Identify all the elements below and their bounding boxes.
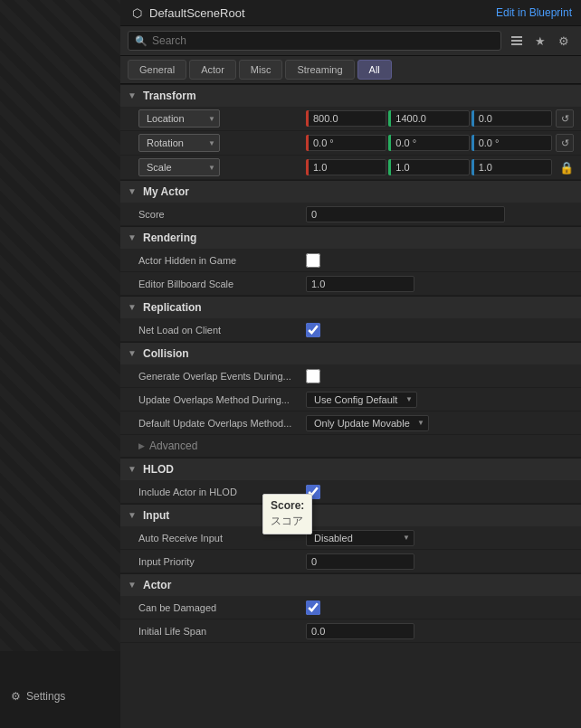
scene-root-icon: ⬡ bbox=[129, 5, 144, 20]
score-label: Score bbox=[138, 209, 306, 220]
can-be-damaged-label: Can be Damaged bbox=[138, 602, 306, 613]
scale-x-input[interactable] bbox=[306, 159, 386, 175]
section-replication[interactable]: ▼ Replication bbox=[120, 296, 581, 318]
list-view-button[interactable] bbox=[507, 31, 527, 51]
prop-scale: Scale bbox=[120, 156, 581, 180]
rotation-y-input[interactable] bbox=[388, 135, 469, 151]
scale-value: 🔒 bbox=[306, 159, 574, 175]
advanced-arrow: ▶ bbox=[138, 441, 145, 450]
left-panel: ⚙ Settings bbox=[0, 0, 120, 728]
tooltip-subtitle: スコア bbox=[271, 514, 304, 529]
search-box: 🔍 bbox=[128, 31, 501, 51]
billboard-scale-label: Editor Billboard Scale bbox=[138, 279, 306, 289]
net-load-label: Net Load on Client bbox=[138, 325, 306, 336]
scale-xyz bbox=[306, 159, 552, 175]
location-z-field bbox=[471, 110, 552, 127]
settings-button[interactable]: ⚙ bbox=[554, 31, 574, 51]
location-y-input[interactable] bbox=[388, 110, 469, 127]
default-update-dropdown[interactable]: Only Update Movable bbox=[306, 415, 429, 431]
star-button[interactable]: ★ bbox=[530, 31, 550, 51]
search-input[interactable] bbox=[152, 34, 494, 47]
actor-hidden-label: Actor Hidden in Game bbox=[138, 255, 306, 266]
generate-overlap-value bbox=[306, 369, 574, 383]
input-priority-label: Input Priority bbox=[138, 556, 306, 567]
filter-tabs: General Actor Misc Streaming All bbox=[120, 56, 581, 84]
can-be-damaged-checkbox[interactable] bbox=[306, 600, 320, 615]
hlod-title: HLOD bbox=[143, 463, 174, 476]
tab-misc[interactable]: Misc bbox=[239, 60, 283, 80]
rotation-dropdown[interactable]: Rotation bbox=[138, 134, 220, 152]
prop-rotation: Rotation bbox=[120, 131, 581, 156]
actor-hidden-checkbox[interactable] bbox=[306, 253, 320, 268]
scale-z-input[interactable] bbox=[471, 159, 552, 175]
update-overlaps-value: Use Config Default bbox=[306, 392, 574, 408]
location-label: Location bbox=[138, 109, 306, 128]
rotation-z-field bbox=[471, 135, 552, 151]
rotation-label: Rotation bbox=[138, 134, 306, 152]
svg-rect-2 bbox=[511, 43, 522, 45]
section-collision[interactable]: ▼ Collision bbox=[120, 342, 581, 364]
input-priority-input[interactable] bbox=[306, 553, 414, 570]
include-actor-value bbox=[306, 485, 574, 499]
scale-lock-icon[interactable]: 🔒 bbox=[559, 161, 574, 175]
section-input[interactable]: ▼ Input bbox=[120, 504, 581, 526]
toolbar-icons: ★ ⚙ bbox=[507, 31, 574, 51]
scale-label: Scale bbox=[138, 158, 306, 176]
section-actor[interactable]: ▼ Actor bbox=[120, 573, 581, 596]
header-title: ⬡ DefaultSceneRoot bbox=[129, 5, 245, 20]
settings-label: Settings bbox=[26, 690, 65, 703]
tooltip-title: Score: bbox=[271, 499, 304, 512]
tab-all[interactable]: All bbox=[357, 60, 392, 80]
properties-panel: ▼ Transform Location bbox=[120, 84, 581, 728]
generate-overlap-checkbox[interactable] bbox=[306, 369, 320, 383]
auto-receive-dropdown[interactable]: Disabled bbox=[306, 530, 414, 546]
prop-score: Score Score: スコア bbox=[120, 203, 581, 226]
edit-blueprint-link[interactable]: Edit in Blueprint bbox=[496, 6, 572, 19]
initial-life-span-input[interactable] bbox=[306, 623, 414, 639]
location-x-field bbox=[306, 110, 386, 127]
collision-title: Collision bbox=[143, 347, 189, 360]
location-x-input[interactable] bbox=[306, 110, 386, 127]
location-reset-button[interactable]: ↺ bbox=[556, 109, 574, 128]
location-value: ↺ bbox=[306, 109, 574, 128]
scale-y-field bbox=[388, 159, 469, 175]
hlod-arrow: ▼ bbox=[128, 464, 138, 475]
prop-can-be-damaged: Can be Damaged bbox=[120, 596, 581, 619]
tab-general[interactable]: General bbox=[128, 60, 186, 80]
rotation-x-input[interactable] bbox=[306, 135, 386, 151]
replication-arrow: ▼ bbox=[128, 302, 138, 313]
tab-actor[interactable]: Actor bbox=[189, 60, 236, 80]
location-y-field bbox=[388, 110, 469, 127]
section-hlod[interactable]: ▼ HLOD bbox=[120, 458, 581, 480]
settings-item[interactable]: ⚙ Settings bbox=[0, 683, 120, 710]
net-load-checkbox[interactable] bbox=[306, 323, 320, 337]
tab-streaming[interactable]: Streaming bbox=[285, 60, 354, 80]
input-title: Input bbox=[143, 509, 169, 522]
advanced-label: Advanced bbox=[149, 440, 197, 452]
update-overlaps-dropdown[interactable]: Use Config Default bbox=[306, 392, 417, 408]
prop-default-update: Default Update Overlaps Method... Only U… bbox=[120, 411, 581, 435]
auto-receive-dropdown-wrapper: Disabled bbox=[306, 530, 414, 546]
collision-arrow: ▼ bbox=[128, 348, 138, 359]
score-input[interactable] bbox=[306, 206, 505, 222]
scale-dropdown[interactable]: Scale bbox=[138, 158, 220, 176]
svg-rect-1 bbox=[511, 40, 522, 42]
rotation-xyz bbox=[306, 135, 552, 151]
section-rendering[interactable]: ▼ Rendering bbox=[120, 226, 581, 249]
rotation-z-input[interactable] bbox=[471, 135, 552, 151]
section-transform[interactable]: ▼ Transform bbox=[120, 84, 581, 107]
svg-rect-0 bbox=[511, 36, 522, 38]
prop-update-overlaps: Update Overlaps Method During... Use Con… bbox=[120, 388, 581, 411]
default-update-dropdown-wrapper: Only Update Movable bbox=[306, 415, 429, 431]
my-actor-title: My Actor bbox=[143, 185, 189, 198]
scale-y-input[interactable] bbox=[388, 159, 469, 175]
billboard-scale-input[interactable] bbox=[306, 276, 414, 292]
section-advanced[interactable]: ▶ Advanced bbox=[120, 435, 581, 458]
location-z-input[interactable] bbox=[471, 110, 552, 127]
rotation-value: ↺ bbox=[306, 134, 574, 152]
settings-icon: ⚙ bbox=[11, 690, 21, 703]
rotation-reset-button[interactable]: ↺ bbox=[556, 134, 574, 152]
location-dropdown[interactable]: Location bbox=[138, 109, 220, 128]
star-icon: ★ bbox=[535, 34, 546, 48]
section-my-actor[interactable]: ▼ My Actor bbox=[120, 180, 581, 203]
